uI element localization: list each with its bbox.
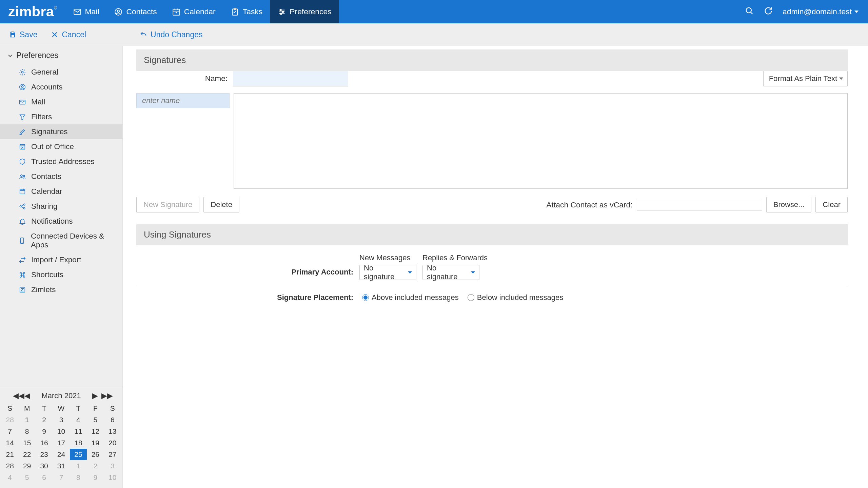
sidebar-item-trusted[interactable]: Trusted Addresses	[0, 154, 122, 169]
calendar-day[interactable]: 27	[104, 449, 121, 460]
calendar-day[interactable]: 1	[18, 414, 35, 426]
calendar-day[interactable]: 22	[18, 449, 35, 460]
sidebar-item-contacts[interactable]: Contacts	[0, 169, 122, 184]
calendar-day[interactable]: 5	[87, 414, 104, 426]
calendar-day[interactable]: 26	[87, 449, 104, 460]
sidebar-item-calendar[interactable]: Calendar	[0, 184, 122, 199]
new-messages-select[interactable]: No signature	[359, 265, 416, 280]
user-menu[interactable]: admin@domain.test	[783, 7, 859, 16]
calendar-day[interactable]: 2	[87, 460, 104, 472]
sidebar-item-devices[interactable]: Connected Devices & Apps	[0, 229, 122, 252]
cal-prev-month-icon[interactable]: ◀	[23, 391, 31, 400]
calendar-day[interactable]: 9	[87, 472, 104, 483]
placement-below-radio[interactable]	[468, 294, 474, 301]
calendar-day[interactable]: 3	[53, 414, 70, 426]
browse-button[interactable]: Browse...	[766, 197, 812, 212]
sidebar-item-accounts[interactable]: Accounts	[0, 80, 122, 95]
nav-contacts[interactable]: Contacts	[106, 0, 164, 23]
bell-icon	[18, 217, 26, 225]
cal-prev-year-icon[interactable]: ◀◀	[13, 391, 21, 400]
format-select[interactable]: Format As Plain Text	[763, 71, 848, 86]
svg-point-12	[280, 9, 281, 11]
calendar-day[interactable]: 23	[36, 449, 53, 460]
calendar-day[interactable]: 10	[104, 472, 121, 483]
clear-button[interactable]: Clear	[815, 197, 848, 212]
nav-tasks[interactable]: Tasks	[223, 0, 270, 23]
calendar-day[interactable]: 7	[1, 426, 18, 437]
nav-preferences[interactable]: Preferences	[270, 0, 339, 23]
calendar-day[interactable]: 29	[18, 460, 35, 472]
calendar-day[interactable]: 7	[53, 472, 70, 483]
sidebar-item-general[interactable]: General	[0, 65, 122, 80]
undo-button[interactable]: Undo Changes	[140, 30, 202, 39]
calendar-day[interactable]: 11	[70, 426, 87, 437]
sidebar-item-shortcuts[interactable]: Shortcuts	[0, 267, 122, 282]
sidebar-item-filters[interactable]: Filters	[0, 109, 122, 124]
sidebar-item-signatures[interactable]: Signatures	[0, 124, 122, 139]
placement-above-radio[interactable]	[362, 294, 369, 301]
calendar-day[interactable]: 1	[70, 460, 87, 472]
calendar-day[interactable]: 16	[36, 437, 53, 449]
cal-next-month-icon[interactable]: ▶	[91, 391, 99, 400]
calendar-day[interactable]: 28	[1, 460, 18, 472]
placement-above-option[interactable]: Above included messages	[362, 293, 459, 302]
sidebar-item-sharing[interactable]: Sharing	[0, 199, 122, 214]
calendar-day[interactable]: 6	[36, 472, 53, 483]
dow-header: S	[104, 403, 121, 414]
calendar-day[interactable]: 6	[104, 414, 121, 426]
calendar-day[interactable]: 31	[53, 460, 70, 472]
calendar-day[interactable]: 25	[70, 449, 87, 460]
mini-calendar-title[interactable]: March 2021	[33, 391, 89, 400]
calendar-day[interactable]: 5	[18, 472, 35, 483]
sidebar-item-importexport[interactable]: Import / Export	[0, 252, 122, 267]
calendar-day[interactable]: 10	[53, 426, 70, 437]
calendar-day[interactable]: 12	[87, 426, 104, 437]
sidebar-item-ooo[interactable]: Out of Office	[0, 139, 122, 154]
sidebar-header-preferences[interactable]: Preferences	[0, 46, 122, 65]
sidebar-item-label: Out of Office	[31, 142, 74, 151]
calendar-day[interactable]: 13	[104, 426, 121, 437]
vcard-label: Attach Contact as vCard:	[546, 200, 632, 209]
calendar-day[interactable]: 8	[70, 472, 87, 483]
calendar-day[interactable]: 9	[36, 426, 53, 437]
signature-body-input[interactable]	[234, 93, 848, 189]
calendar-day[interactable]: 30	[36, 460, 53, 472]
new-signature-label: New Signature	[143, 200, 192, 209]
calendar-day[interactable]: 19	[87, 437, 104, 449]
calendar-day[interactable]: 14	[1, 437, 18, 449]
nav-mail[interactable]: Mail	[65, 0, 107, 23]
calendar-day[interactable]: 3	[104, 460, 121, 472]
calendar-day[interactable]: 4	[70, 414, 87, 426]
calendar-day[interactable]: 8	[18, 426, 35, 437]
cancel-button[interactable]: Cancel	[51, 30, 86, 39]
sidebar-item-mail[interactable]: Mail	[0, 95, 122, 109]
calendar-day[interactable]: 20	[104, 437, 121, 449]
signature-list-item-placeholder[interactable]: enter name	[136, 93, 230, 108]
dow-header: W	[53, 403, 70, 414]
replies-select[interactable]: No signature	[422, 265, 479, 280]
delete-signature-button[interactable]: Delete	[203, 197, 239, 212]
calendar-day[interactable]: 24	[53, 449, 70, 460]
people-icon	[18, 172, 26, 181]
nav-calendar[interactable]: Calendar	[164, 0, 223, 23]
new-signature-button[interactable]: New Signature	[136, 197, 199, 212]
refresh-icon[interactable]	[764, 6, 773, 18]
vcard-input[interactable]	[637, 199, 762, 210]
save-button[interactable]: Save	[9, 30, 37, 39]
calendar-day[interactable]: 28	[1, 414, 18, 426]
sidebar-item-notifications[interactable]: Notifications	[0, 214, 122, 229]
calendar-day[interactable]: 17	[53, 437, 70, 449]
sidebar-item-zimlets[interactable]: Zimlets	[0, 282, 122, 297]
calendar-day[interactable]: 4	[1, 472, 18, 483]
dow-header: S	[1, 403, 18, 414]
placement-below-option[interactable]: Below included messages	[468, 293, 563, 302]
signature-name-input[interactable]	[233, 71, 348, 86]
calendar-day[interactable]: 2	[36, 414, 53, 426]
calendar-day[interactable]: 21	[1, 449, 18, 460]
calendar-day[interactable]: 15	[18, 437, 35, 449]
search-icon[interactable]	[745, 6, 754, 18]
svg-point-2	[117, 10, 120, 12]
cal-next-year-icon[interactable]: ▶▶	[101, 391, 110, 400]
new-messages-value: No signature	[364, 264, 405, 281]
calendar-day[interactable]: 18	[70, 437, 87, 449]
